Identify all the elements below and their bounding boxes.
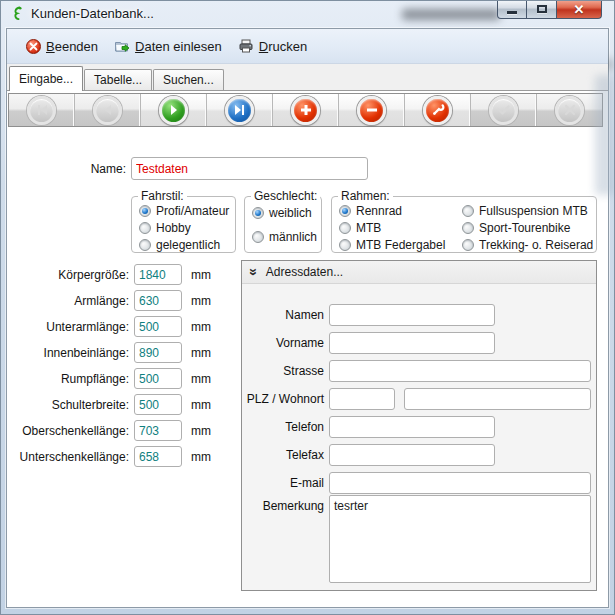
unit-label: mm: [191, 372, 211, 386]
plz-input[interactable]: [329, 388, 395, 410]
radio-fullsuspension-mtb[interactable]: Fullsuspension MTB: [462, 204, 588, 218]
app-icon: [10, 6, 26, 22]
radio-mtb[interactable]: MTB: [339, 221, 381, 235]
telefon-input[interactable]: [329, 416, 495, 438]
close-button[interactable]: ✕: [556, 0, 602, 19]
glass-blur-background: [402, 9, 500, 20]
vorname-input[interactable]: [329, 332, 495, 354]
telefax-label: Telefax: [242, 448, 324, 462]
radio-dot: [139, 205, 151, 217]
close-icon: ✕: [574, 3, 585, 16]
last-record-icon: [225, 96, 254, 125]
radio-mtb-federgabel[interactable]: MTB Federgabel: [339, 238, 445, 252]
bemerkung-textarea[interactable]: tesrter: [329, 495, 591, 583]
fahrstil-group: Fahrstil: Profi/Amateur Hobby gelegentli…: [131, 196, 236, 253]
fahrstil-caption: Fahrstil:: [138, 189, 187, 203]
edit-record-wrench-icon: [423, 96, 452, 125]
delete-record-icon: [357, 96, 386, 125]
unit-label: mm: [191, 450, 211, 464]
nav-insert-button[interactable]: [273, 94, 339, 126]
wohnort-input[interactable]: [404, 388, 591, 410]
first-record-icon: [27, 96, 56, 125]
unit-label: mm: [191, 320, 211, 334]
plz-wohnort-label: PLZ / Wohnort: [242, 392, 324, 406]
title-bar: Kunden-Datenbank... ✕: [0, 0, 615, 28]
exit-red-circle-icon: [25, 38, 41, 54]
radio-dot: [139, 222, 151, 234]
maximize-icon: [537, 5, 547, 13]
unit-label: mm: [191, 398, 211, 412]
window-controls: ✕: [497, 0, 602, 19]
armlaenge-input[interactable]: [134, 290, 182, 311]
minimize-button[interactable]: [497, 0, 527, 19]
adressdaten-panel: » Adressdaten... Namen Vorname Strasse P…: [241, 260, 597, 591]
rahmen-caption: Rahmen:: [338, 189, 393, 203]
rumpflaenge-label: Rumpflänge:: [7, 372, 129, 386]
email-input[interactable]: [329, 472, 591, 494]
nav-next-button[interactable]: [141, 94, 207, 126]
koerpergroesse-input[interactable]: [134, 264, 182, 285]
radio-dot: [139, 239, 151, 251]
bemerkung-label: Bemerkung: [242, 499, 324, 513]
post-check-icon: [489, 96, 518, 125]
radio-dot: [462, 205, 474, 217]
insert-record-icon: [291, 96, 320, 125]
geschlecht-group: Geschlecht: weiblich männlich: [244, 196, 322, 253]
eingabe-page: Name: Fahrstil: Profi/Amateur Hobby gele…: [7, 91, 608, 607]
nav-delete-button[interactable]: [339, 94, 405, 126]
rahmen-group: Rahmen: Rennrad MTB MTB Federgabel Fulls…: [331, 196, 597, 253]
radio-maennlich[interactable]: männlich: [252, 230, 317, 244]
radio-dot: [462, 222, 474, 234]
name-label: Name:: [7, 162, 126, 176]
oberschenkellaenge-input[interactable]: [134, 420, 182, 441]
radio-gelegentlich[interactable]: gelegentlich: [139, 238, 220, 252]
oberschenkellaenge-label: Oberschenkellänge:: [7, 424, 129, 438]
schulterbreite-label: Schulterbreite:: [7, 398, 129, 412]
innenbeinlaenge-label: Innenbeinlänge:: [7, 346, 129, 360]
chevron-double-down-icon: »: [247, 268, 261, 276]
rumpflaenge-input[interactable]: [134, 368, 182, 389]
radio-hobby[interactable]: Hobby: [139, 221, 191, 235]
innenbeinlaenge-input[interactable]: [134, 342, 182, 363]
unterarmlaenge-input[interactable]: [134, 316, 182, 337]
nav-first-button: [9, 94, 75, 126]
armlaenge-label: Armlänge:: [7, 294, 129, 308]
beenden-label: Beenden: [46, 39, 98, 54]
nav-edit-button[interactable]: [405, 94, 471, 126]
maximize-button[interactable]: [527, 0, 556, 19]
daten-einlesen-button[interactable]: Daten einlesen: [106, 34, 230, 58]
koerpergroesse-label: Körpergröße:: [7, 268, 129, 282]
email-label: E-mail: [242, 476, 324, 490]
radio-rennrad[interactable]: Rennrad: [339, 204, 402, 218]
unit-label: mm: [191, 294, 211, 308]
nav-cancel-button: [537, 94, 602, 126]
adressdaten-header[interactable]: » Adressdaten...: [242, 261, 596, 284]
strasse-label: Strasse: [242, 364, 324, 378]
tab-suchen[interactable]: Suchen...: [153, 69, 224, 90]
radio-dot: [252, 207, 264, 219]
schulterbreite-input[interactable]: [134, 394, 182, 415]
radio-trekking-reiserad[interactable]: Trekking- o. Reiserad: [462, 238, 593, 252]
radio-profi-amateur[interactable]: Profi/Amateur: [139, 204, 229, 218]
daten-einlesen-label: Daten einlesen: [135, 39, 222, 54]
printer-icon: [238, 38, 254, 54]
drucken-label: Drucken: [259, 39, 307, 54]
geschlecht-caption: Geschlecht:: [251, 189, 320, 203]
unit-label: mm: [191, 424, 211, 438]
telefax-input[interactable]: [329, 444, 495, 466]
tab-eingabe[interactable]: Eingabe...: [9, 66, 83, 91]
unit-label: mm: [191, 268, 211, 282]
tab-strip: Eingabe... Tabelle... Suchen...: [7, 64, 608, 91]
strasse-input[interactable]: [329, 360, 591, 382]
folder-import-icon: [114, 38, 130, 54]
nav-last-button[interactable]: [207, 94, 273, 126]
radio-weiblich[interactable]: weiblich: [252, 206, 312, 220]
tab-tabelle[interactable]: Tabelle...: [84, 69, 152, 90]
client-area: Beenden Daten einlesen: [6, 28, 609, 608]
radio-sport-tourenbike[interactable]: Sport-Tourenbike: [462, 221, 570, 235]
drucken-button[interactable]: Drucken: [230, 34, 315, 58]
unterschenkellaenge-input[interactable]: [134, 446, 182, 467]
namen-input[interactable]: [329, 304, 495, 326]
beenden-button[interactable]: Beenden: [17, 34, 106, 58]
name-input[interactable]: [131, 157, 368, 180]
